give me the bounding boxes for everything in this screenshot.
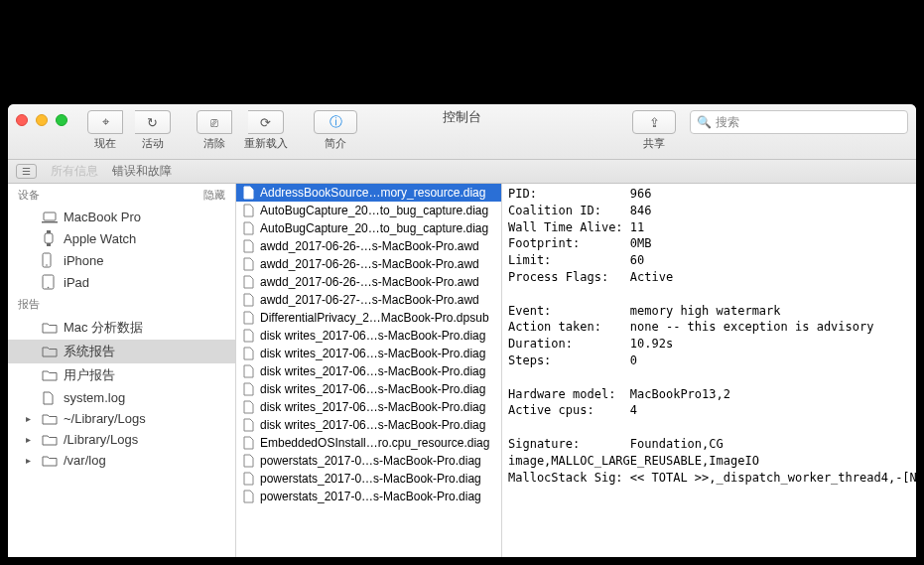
document-icon (242, 436, 256, 450)
svg-rect-3 (47, 230, 51, 233)
file-row[interactable]: awdd_2017-06-26-…s-MacBook-Pro.awd (236, 273, 501, 291)
document-icon (242, 382, 256, 396)
device-apple-watch[interactable]: Apple Watch (8, 227, 235, 249)
clear-icon: ⎚ (210, 115, 218, 130)
file-row[interactable]: powerstats_2017-0…s-MacBook-Pro.diag (236, 452, 501, 470)
document-icon (242, 490, 256, 503)
file-row[interactable]: AutoBugCapture_20…to_bug_capture.diag (236, 202, 501, 219)
report-item[interactable]: Mac 分析数据 (8, 316, 235, 340)
folder-icon (42, 455, 58, 467)
svg-rect-4 (47, 243, 51, 246)
reports-header: 报告 (8, 293, 235, 316)
titlebar: 控制台 ⌖ 现在 ↻ 活动 ⎚ 清除 ⟳ 重新载入 ⓘ 简介 (8, 104, 916, 160)
folder-icon (42, 369, 58, 381)
svg-point-6 (46, 264, 48, 266)
document-icon (242, 347, 256, 360)
report-item[interactable]: ▸/var/log (8, 450, 235, 471)
document-icon (242, 204, 256, 217)
info-icon: ⓘ (330, 113, 342, 131)
reload-button[interactable]: ⟳ 重新载入 (238, 110, 294, 151)
file-row[interactable]: awdd_2017-06-26-…s-MacBook-Pro.awd (236, 237, 501, 255)
file-row[interactable]: disk writes_2017-06…s-MacBook-Pro.diag (236, 380, 501, 398)
svg-rect-0 (44, 212, 56, 220)
document-icon (242, 454, 256, 468)
document-icon (242, 257, 256, 271)
file-row[interactable]: disk writes_2017-06…s-MacBook-Pro.diag (236, 398, 501, 416)
filter-errors[interactable]: 错误和故障 (112, 163, 172, 180)
maximize-button[interactable] (56, 114, 67, 126)
now-icon: ⌖ (102, 114, 109, 130)
detail-pane[interactable]: PID: 966 Coalition ID: 846 Wall Time Ali… (502, 184, 916, 557)
share-button[interactable]: ⇪ 共享 (626, 110, 682, 151)
file-row[interactable]: powerstats_2017-0…s-MacBook-Pro.diag (236, 488, 501, 505)
toolbar-mid-group: ⎚ 清除 ⟳ 重新载入 (191, 110, 294, 151)
now-button[interactable]: ⌖ 现在 (81, 110, 129, 151)
document-icon (242, 311, 256, 325)
file-row[interactable]: disk writes_2017-06…s-MacBook-Pro.diag (236, 327, 501, 345)
disclosure-triangle-icon[interactable]: ▸ (26, 413, 36, 424)
callout-overlay (0, 0, 924, 104)
report-item[interactable]: ▸~/Library/Logs (8, 408, 235, 429)
file-row[interactable]: DifferentialPrivacy_2…MacBook-Pro.dpsub (236, 309, 501, 327)
info-button[interactable]: ⓘ 简介 (308, 110, 363, 151)
hide-button[interactable]: 隐藏 (203, 188, 225, 203)
folder-icon (42, 434, 58, 446)
file-row[interactable]: disk writes_2017-06…s-MacBook-Pro.diag (236, 362, 501, 380)
filter-all[interactable]: 所有信息 (51, 163, 98, 180)
document-icon (242, 186, 256, 200)
watch-icon (42, 230, 58, 246)
folder-icon (42, 346, 58, 357)
file-row[interactable]: AutoBugCapture_20…to_bug_capture.diag (236, 219, 501, 237)
minimize-button[interactable] (36, 114, 48, 126)
report-item[interactable]: system.log (8, 387, 235, 408)
activity-button[interactable]: ↻ 活动 (129, 110, 177, 151)
window-title: 控制台 (443, 108, 481, 126)
file-row[interactable]: awdd_2017-06-26-…s-MacBook-Pro.awd (236, 255, 501, 273)
devices-header: 设备 隐藏 (8, 184, 235, 207)
content-area: 设备 隐藏 MacBook ProApple WatchiPhoneiPad 报… (8, 184, 916, 557)
clear-button[interactable]: ⎚ 清除 (191, 110, 238, 151)
report-item[interactable]: ▸/Library/Logs (8, 429, 235, 450)
toolbar-left-group: ⌖ 现在 ↻ 活动 (81, 110, 177, 151)
svg-rect-2 (45, 233, 53, 243)
file-row[interactable]: AddressBookSource…mory_resource.diag (236, 184, 501, 202)
file-icon (42, 391, 58, 405)
filter-bar: ☰ 所有信息 错误和故障 (8, 160, 916, 184)
report-item[interactable]: 用户报告 (8, 363, 235, 387)
document-icon (242, 239, 256, 253)
document-icon (242, 418, 256, 432)
file-row[interactable]: powerstats_2017-0…s-MacBook-Pro.diag (236, 470, 501, 488)
device-macbook-pro[interactable]: MacBook Pro (8, 207, 235, 227)
file-row[interactable]: EmbeddedOSInstall…ro.cpu_resource.diag (236, 434, 501, 452)
console-window: 控制台 ⌖ 现在 ↻ 活动 ⎚ 清除 ⟳ 重新载入 ⓘ 简介 (8, 104, 916, 557)
svg-point-8 (48, 287, 50, 289)
document-icon (242, 221, 256, 235)
share-icon: ⇪ (649, 115, 660, 130)
document-icon (242, 364, 256, 378)
disclosure-triangle-icon[interactable]: ▸ (26, 455, 36, 466)
close-button[interactable] (16, 114, 28, 126)
document-icon (242, 275, 256, 289)
file-row[interactable]: awdd_2017-06-27-…s-MacBook-Pro.awd (236, 291, 501, 309)
file-row[interactable]: disk writes_2017-06…s-MacBook-Pro.diag (236, 416, 501, 434)
sidebar-toggle-icon[interactable]: ☰ (16, 164, 37, 179)
reload-icon: ⟳ (260, 115, 271, 130)
folder-icon (42, 413, 58, 425)
phone-icon (42, 252, 58, 268)
document-icon (242, 472, 256, 486)
document-icon (242, 293, 256, 307)
document-icon (242, 329, 256, 343)
device-ipad[interactable]: iPad (8, 271, 235, 293)
file-row[interactable]: disk writes_2017-06…s-MacBook-Pro.diag (236, 345, 501, 362)
laptop-icon (42, 212, 58, 223)
disclosure-triangle-icon[interactable]: ▸ (26, 434, 36, 445)
folder-icon (42, 322, 58, 334)
search-input[interactable]: 🔍 搜索 (690, 110, 908, 134)
sidebar: 设备 隐藏 MacBook ProApple WatchiPhoneiPad 报… (8, 184, 236, 557)
svg-rect-1 (42, 221, 58, 223)
device-iphone[interactable]: iPhone (8, 249, 235, 271)
file-list[interactable]: AddressBookSource…mory_resource.diagAuto… (236, 184, 502, 557)
traffic-lights (16, 114, 67, 126)
search-icon: 🔍 (697, 115, 712, 129)
report-item[interactable]: 系统报告 (8, 340, 235, 363)
